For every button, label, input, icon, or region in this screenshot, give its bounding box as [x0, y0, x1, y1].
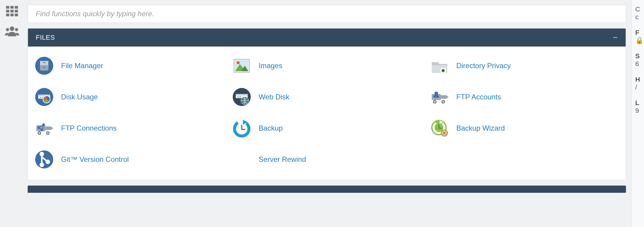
app-web-disk-label: Web Disk	[259, 93, 289, 101]
files-panel: FILES − File Manager	[28, 28, 626, 180]
svg-point-42	[434, 101, 436, 103]
svg-point-58	[41, 129, 43, 131]
app-images[interactable]: Images	[230, 54, 423, 78]
files-panel-title: FILES	[36, 34, 55, 41]
svg-rect-4	[11, 10, 14, 12]
app-server-rewind-label: Server Rewind	[259, 155, 306, 164]
app-ftp-accounts-label: FTP Accounts	[456, 93, 501, 101]
svg-rect-33	[236, 94, 248, 95]
file-manager-icon	[34, 56, 54, 76]
left-rail	[0, 0, 24, 227]
disk-usage-icon	[34, 87, 54, 107]
svg-point-9	[10, 26, 14, 31]
right-fragment-3: S6	[635, 52, 644, 68]
files-panel-header[interactable]: FILES −	[28, 29, 626, 47]
app-file-manager-label: File Manager	[61, 62, 103, 70]
svg-rect-1	[11, 6, 14, 9]
main-column: FILES − File Manager	[24, 0, 631, 227]
svg-marker-48	[51, 126, 53, 130]
svg-point-34	[238, 96, 239, 98]
svg-marker-40	[446, 95, 449, 99]
app-server-rewind[interactable]: Server Rewind	[230, 147, 423, 171]
ftp-connections-icon	[34, 118, 54, 138]
directory-privacy-icon	[429, 56, 450, 76]
web-disk-icon	[232, 87, 252, 107]
minus-icon[interactable]: −	[613, 33, 618, 42]
right-fragment-2: F🔒	[635, 29, 644, 44]
next-panel-header[interactable]	[28, 186, 626, 193]
app-backup-wizard-label: Backup Wizard	[456, 124, 505, 132]
app-web-disk[interactable]: Web Disk	[230, 85, 423, 109]
svg-point-44	[442, 101, 444, 103]
backup-wizard-icon	[429, 118, 450, 138]
svg-rect-5	[15, 10, 18, 12]
app-disk-usage[interactable]: Disk Usage	[33, 85, 225, 109]
images-icon	[232, 56, 252, 76]
app-backup-wizard[interactable]: Backup Wizard	[428, 116, 621, 140]
svg-point-21	[237, 61, 240, 64]
svg-rect-16	[43, 67, 45, 68]
svg-point-57	[43, 124, 44, 126]
users-icon	[5, 25, 19, 37]
users-button[interactable]	[5, 25, 19, 37]
svg-point-69	[442, 131, 447, 135]
app-ftp-connections-label: FTP Connections	[61, 124, 117, 132]
svg-point-74	[40, 163, 43, 166]
svg-point-50	[38, 132, 40, 134]
svg-point-35	[240, 96, 241, 98]
app-disk-usage-label: Disk Usage	[61, 93, 98, 101]
svg-point-56	[38, 127, 40, 129]
app-backup[interactable]: Backup	[230, 116, 423, 140]
app-directory-privacy[interactable]: Directory Privacy	[428, 54, 621, 78]
svg-rect-3	[6, 10, 9, 12]
svg-point-24	[442, 70, 444, 71]
svg-point-28	[40, 97, 41, 98]
svg-rect-47	[45, 126, 51, 130]
svg-rect-15	[43, 62, 45, 63]
app-images-label: Images	[259, 62, 282, 70]
svg-rect-2	[15, 6, 18, 9]
app-backup-label: Backup	[259, 124, 283, 132]
right-fragment-1: Cc	[635, 5, 644, 21]
svg-point-52	[47, 132, 49, 134]
app-ftp-accounts[interactable]: FTP Accounts	[428, 85, 621, 109]
right-fragment-5: L9	[635, 99, 644, 115]
svg-point-11	[15, 28, 18, 31]
files-panel-body: File Manager Images	[28, 47, 626, 180]
ftp-accounts-icon	[429, 87, 450, 107]
svg-point-73	[40, 153, 43, 156]
app-git-version-control-label: Git™ Version Control	[61, 155, 129, 164]
svg-point-10	[6, 28, 9, 31]
svg-rect-39	[441, 95, 446, 99]
svg-rect-27	[38, 95, 50, 96]
grid-icon	[5, 5, 19, 17]
apps-grid-button[interactable]	[5, 5, 19, 17]
app-git-version-control[interactable]: Git™ Version Control	[33, 147, 225, 171]
svg-point-75	[46, 160, 49, 163]
backup-icon	[232, 118, 252, 138]
right-fragment-4: H/	[635, 76, 644, 91]
search-input[interactable]	[28, 5, 626, 23]
app-ftp-connections[interactable]: FTP Connections	[33, 116, 225, 140]
svg-rect-8	[15, 14, 18, 16]
svg-rect-6	[6, 14, 9, 16]
app-directory-privacy-label: Directory Privacy	[456, 62, 511, 70]
right-info-column: Cc F🔒 S6 H/ L9	[631, 0, 644, 227]
svg-rect-0	[6, 6, 9, 9]
svg-rect-7	[11, 14, 14, 16]
git-icon	[34, 149, 54, 170]
app-file-manager[interactable]: File Manager	[33, 54, 225, 78]
